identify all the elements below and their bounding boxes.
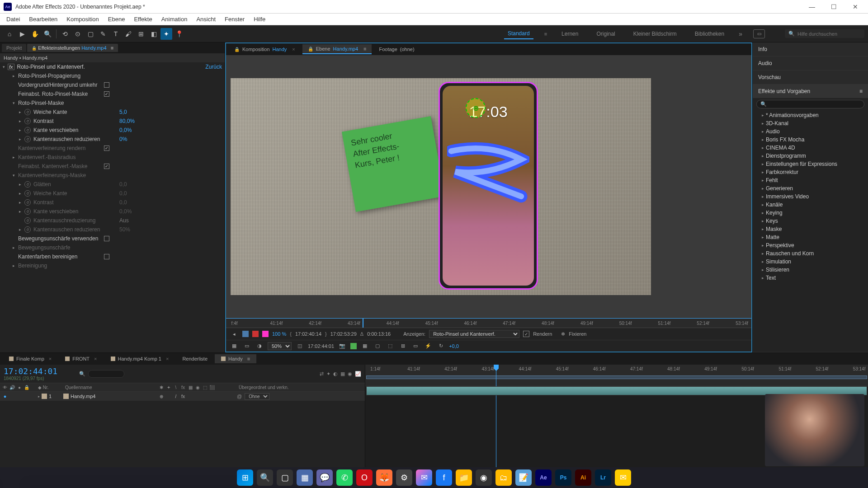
motion-blur-icon[interactable]: ◉ [348, 371, 352, 377]
taskbar-opera[interactable]: O [356, 469, 373, 486]
tab-footage[interactable]: Footage (ohne) [373, 45, 420, 54]
effects-category[interactable]: ▸Immersives Video [753, 192, 868, 201]
minimize-button[interactable]: ― [803, 0, 821, 13]
orbit-tool[interactable]: ⟲ [59, 28, 71, 40]
effects-category[interactable]: ▸Rauschen und Korn [753, 249, 868, 258]
puppet-tool[interactable]: 📍 [173, 28, 185, 40]
workspace-lernen[interactable]: Lernen [558, 29, 582, 39]
effects-category[interactable]: ▸Keys [753, 217, 868, 225]
effect-prop[interactable]: ▸⏱Kontrast80,0% [0, 117, 225, 126]
timeline-tab[interactable]: FRONT × [59, 354, 103, 363]
effects-category[interactable]: ▸Generieren [753, 184, 868, 192]
timeline-search-input[interactable] [88, 370, 124, 378]
menu-komposition[interactable]: Komposition [62, 14, 104, 24]
effects-category[interactable]: ▸Maske [753, 225, 868, 233]
workspace-menu-icon[interactable]: ≡ [544, 31, 547, 37]
shape-tool[interactable]: ▢ [85, 28, 96, 40]
home-tool[interactable]: ⌂ [4, 28, 15, 40]
effect-prop[interactable]: ▸⏱Weiche Kante5,0 [0, 108, 225, 117]
layer-time-ruler[interactable]: f:4f41:14f42:14f43:14f44:14f45:14f46:14f… [226, 318, 751, 328]
menu-effekte[interactable]: Effekte [129, 14, 156, 24]
effect-prop[interactable]: ▸Roto-Pinsel-Propagierung [0, 71, 225, 80]
effects-category[interactable]: ▸Perspektive [753, 241, 868, 249]
eraser-tool[interactable]: ◧ [148, 28, 160, 40]
clone-tool[interactable]: ⊞ [135, 28, 147, 40]
taskbar-photoshop[interactable]: Ps [555, 469, 571, 486]
lock-col-icon[interactable]: 🔒 [24, 385, 30, 390]
panel-effekte-vorgaben[interactable]: Effekte und Vorgaben ≡ [753, 84, 868, 98]
effect-prop[interactable]: ▸⏱Weiche Kante0,0 [0, 189, 225, 198]
viewer-canvas[interactable]: Sehr cooler After Effects- Kurs, Peter !… [231, 78, 651, 295]
hand-tool[interactable]: ✋ [29, 28, 41, 40]
draft-3d-icon[interactable]: ✦ [326, 371, 330, 377]
menu-ebene[interactable]: Ebene [104, 14, 130, 24]
menu-fenster[interactable]: Fenster [220, 14, 249, 24]
panel-menu-icon[interactable]: ≡ [111, 45, 113, 51]
roto-brush-tool[interactable]: ✦ [160, 28, 172, 40]
view-layout-icon[interactable]: ⊞ [398, 342, 407, 350]
effects-search-input[interactable] [769, 102, 860, 107]
label-col-icon[interactable]: ◆ [38, 385, 42, 390]
shy-icon[interactable]: ◐ [333, 371, 338, 377]
timeline-tab[interactable]: Finale Komp × [3, 354, 58, 363]
taskbar-notepad[interactable]: 📝 [515, 469, 532, 486]
effect-prop[interactable]: Feinabst. Kantenverf.-Maske [0, 162, 225, 171]
effect-prop[interactable]: ▸⏱Kante verschieben0,0% [0, 126, 225, 135]
red-channel[interactable] [252, 331, 259, 337]
effect-header[interactable]: ▾ fx Roto-Pinsel und Kantenverf. Zurück [0, 62, 225, 71]
layer-visibility-toggle[interactable]: ● [2, 394, 8, 399]
effects-category[interactable]: ▸Keying [753, 209, 868, 217]
taskbar-illustrator[interactable]: Ai [575, 469, 591, 486]
effects-category[interactable]: ▸Stilisieren [753, 266, 868, 274]
effects-category[interactable]: ▸Matte [753, 233, 868, 241]
effect-prop[interactable]: ▸⏱Kontrast0,0 [0, 198, 225, 207]
tab-effekteinstellungen[interactable]: 🔒 Effekteinstellungen Handy.mp4 ≡ [27, 44, 118, 52]
effects-category[interactable]: ▸Boris FX Mocha [753, 136, 868, 144]
tab-komposition[interactable]: 🔒 Komposition Handy × [229, 45, 301, 54]
menu-bearbeiten[interactable]: Bearbeiten [24, 14, 62, 24]
layer-label-color[interactable] [42, 394, 47, 399]
panel-audio[interactable]: Audio [753, 56, 868, 70]
view-mode-select[interactable]: Roto-Pinsel und Kantenverf. [429, 330, 519, 338]
panel-menu-icon[interactable]: ≡ [859, 88, 863, 94]
zoom-select[interactable]: 50% [268, 342, 292, 350]
timeline-ruler[interactable]: 1:14f41:14f42:14f43:14f44:14f45:14f46:14… [365, 365, 868, 386]
workspace-overflow-icon[interactable]: » [739, 30, 742, 38]
parent-select[interactable]: Ohne [245, 393, 269, 400]
3d-icon[interactable]: ⬚ [386, 342, 395, 350]
fix-label[interactable]: Fixieren [569, 331, 586, 337]
taskbar-after-effects[interactable]: Ae [535, 469, 552, 486]
taskbar-firefox[interactable]: 🦊 [376, 469, 392, 486]
freeze-icon[interactable]: ❄ [561, 331, 565, 337]
effects-category[interactable]: ▸3D-Kanal [753, 119, 868, 127]
effects-category[interactable]: ▸Fehlt [753, 176, 868, 184]
frame-blend-icon[interactable]: ▦ [340, 371, 345, 377]
taskbar-widgets[interactable]: ▦ [297, 469, 313, 486]
taskbar-obs[interactable]: ◉ [476, 469, 492, 486]
effect-prop[interactable]: ⏱KantenrauschreduzierungAus [0, 216, 225, 225]
effect-prop[interactable]: ▾Roto-Pinsel-Maske [0, 99, 225, 108]
timeline-layer-row[interactable]: ● ▸1 Handy.mp4 ⊕/fx @Ohne [0, 392, 365, 401]
graph-editor-icon[interactable]: 📈 [355, 371, 361, 377]
camera-icon[interactable]: 📷 [338, 342, 347, 350]
menu-ansicht[interactable]: Ansicht [192, 14, 220, 24]
layer-quality[interactable]: / [173, 394, 179, 399]
effect-prop[interactable]: Vordergrund/Hintergrund umkehr [0, 80, 225, 89]
taskbar-search[interactable]: 🔍 [257, 469, 273, 486]
taskbar-start[interactable]: ⊞ [237, 469, 253, 486]
transparency-icon[interactable]: ▦ [360, 342, 369, 350]
taskbar-facebook[interactable]: f [436, 469, 452, 486]
help-search-input[interactable] [797, 31, 861, 37]
workspace-kleiner[interactable]: Kleiner Bildschirm [630, 29, 680, 39]
close-button[interactable]: ✕ [846, 0, 864, 13]
work-area-bar[interactable] [366, 375, 867, 379]
fast-preview-icon[interactable]: ⚡ [424, 342, 433, 350]
alpha-toggle[interactable] [242, 331, 249, 337]
exposure-value[interactable]: +0,0 [449, 343, 459, 349]
effects-category[interactable]: ▸Text [753, 274, 868, 282]
magenta-channel[interactable] [262, 331, 269, 337]
pen-tool[interactable]: ✎ [97, 28, 109, 40]
effect-prop[interactable]: ▸⏱Kantenrauschen reduzieren0% [0, 135, 225, 144]
current-timecode[interactable]: 17:02:44:01 [4, 366, 57, 376]
help-search[interactable]: 🔍 [785, 29, 864, 38]
